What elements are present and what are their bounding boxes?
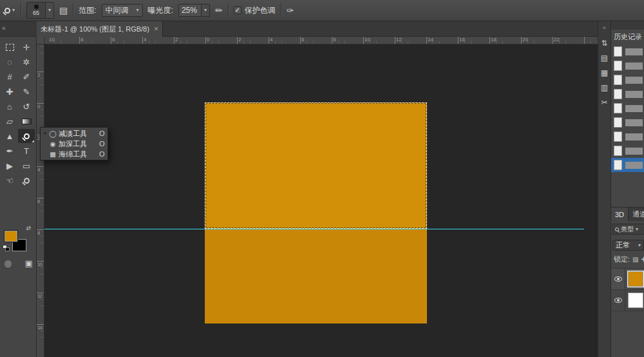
panel-icon-swatches[interactable]: ▤ (601, 54, 608, 62)
rectangle-tool[interactable]: ▭ (18, 159, 35, 173)
vertical-ruler[interactable]: 202468101214 (37, 44, 44, 357)
visibility-toggle[interactable] (611, 290, 625, 311)
expand-panels-icon[interactable]: « (603, 24, 606, 31)
panel-icon-clip[interactable]: ✂ (601, 99, 607, 106)
history-step[interactable] (611, 44, 644, 59)
gradient-tool[interactable] (18, 114, 35, 128)
document-tab[interactable]: 未标题-1 @ 100% (图层 1, RGB/8) * × (37, 21, 163, 37)
hand-tool[interactable]: ☜ (1, 173, 18, 188)
clone-stamp-tool-icon: ⌂ (7, 102, 12, 111)
collapse-panels-icon[interactable]: « (2, 24, 6, 32)
default-colors-icon[interactable] (3, 245, 10, 252)
exposure-dropdown-button[interactable]: ▾ (202, 4, 210, 17)
brush-size-picker[interactable]: 65 (26, 2, 46, 19)
layer-thumbnail (628, 271, 643, 287)
pen-tool[interactable]: ✒ (1, 144, 18, 158)
ruler-number: 20 (522, 37, 528, 43)
magic-wand-tool[interactable]: ✲ (18, 55, 35, 69)
panel-icon-adjustments[interactable]: ▦ (601, 69, 608, 77)
history-brush-tool[interactable]: ↺ (18, 99, 35, 113)
ruler-number: 8 (80, 37, 83, 43)
layer-row-layer-background[interactable] (611, 290, 644, 311)
history-step[interactable] (611, 101, 644, 115)
history-step-icon (614, 61, 622, 71)
panel-icon-properties[interactable]: ⇅ (601, 39, 607, 47)
foreground-color-swatch[interactable] (4, 230, 18, 242)
clone-stamp-tool[interactable]: ⌂ (1, 99, 18, 113)
rectangular-marquee-tool[interactable] (1, 40, 18, 54)
brush-size-dropdown-button[interactable]: ▾ (46, 2, 54, 19)
ruler-number: 14 (37, 325, 44, 331)
protect-tones-option[interactable]: ✓ 保护色调 (234, 5, 276, 16)
dodge-tool-icon (24, 133, 30, 139)
brush-tip-preview (34, 5, 39, 9)
layers-filter-dropdown[interactable]: 类型 ▾ (612, 224, 644, 235)
history-step-icon (614, 160, 622, 170)
lasso-tool[interactable]: ◌ (1, 55, 18, 69)
brush-panel-toggle-icon[interactable]: ▤ (59, 5, 68, 15)
layer-thumbnail (628, 293, 643, 308)
lock-label: 锁定: (614, 255, 630, 264)
ruler-number: 10 (37, 262, 44, 267)
type-tool[interactable]: T (18, 144, 35, 158)
ruler-number: 14 (428, 37, 433, 43)
history-step[interactable] (611, 130, 644, 144)
ruler-origin-corner[interactable] (37, 37, 44, 44)
quick-mask-button[interactable]: ◎ (0, 256, 16, 270)
chevron-down-icon: ▾ (204, 8, 207, 13)
history-step[interactable] (611, 73, 644, 87)
document-tab-title: 未标题-1 @ 100% (图层 1, RGB/8) * (41, 24, 151, 34)
tab-channels[interactable]: 通道 (629, 207, 644, 221)
exposure-label: 曝光度: (148, 5, 173, 16)
swap-colors-icon[interactable]: ⇄ (26, 225, 31, 231)
eyedropper-tool[interactable]: ✐ (18, 70, 35, 84)
pen-tool-icon: ✒ (6, 147, 14, 155)
crop-tool[interactable]: # (1, 70, 18, 84)
layer-row-layer-1[interactable] (611, 269, 644, 290)
eraser-tool-icon: ▱ (6, 117, 13, 126)
tools-grid: ✛◌✲#✐✚✎⌂↺▱▲✒T▶▭☜ (0, 37, 36, 188)
canvas-pasteboard[interactable] (44, 44, 598, 357)
path-selection-tool[interactable]: ▶ (1, 159, 18, 173)
history-step[interactable] (611, 144, 644, 158)
protect-tones-checkbox[interactable]: ✓ (234, 6, 242, 14)
brush-tool[interactable]: ✎ (18, 84, 35, 99)
blur-tool[interactable]: ▲ (1, 129, 18, 143)
history-step[interactable] (611, 87, 644, 101)
panel-tabs: 3D通道 (611, 207, 644, 221)
flyout-item-shortcut: O (99, 130, 105, 137)
history-step[interactable] (611, 158, 644, 172)
brush-pressure-icon[interactable]: ✑ (287, 5, 294, 15)
screen-mode-button[interactable]: ▣ (21, 256, 37, 270)
lock-transparency-icon[interactable]: ▨ (632, 256, 638, 263)
exposure-input[interactable]: 25% (178, 4, 202, 17)
dodge-tool[interactable] (18, 129, 35, 143)
ruler-number: 10 (365, 37, 370, 43)
history-step[interactable] (611, 59, 644, 73)
zoom-tool[interactable] (18, 173, 35, 188)
airbrush-icon[interactable]: ✏ (215, 5, 223, 15)
history-step-icon (614, 131, 622, 142)
tool-preset-picker[interactable]: ▾ (4, 6, 15, 15)
lock-position-icon[interactable]: ✚ (641, 256, 644, 263)
tab-3d[interactable]: 3D (611, 207, 629, 221)
visibility-toggle[interactable] (611, 269, 625, 289)
eraser-tool[interactable]: ▱ (1, 114, 18, 128)
horizontal-ruler[interactable]: 1086420246810121416182022 (44, 37, 598, 44)
history-step-icon (614, 89, 622, 99)
history-step[interactable] (611, 115, 644, 130)
healing-brush-tool[interactable]: ✚ (1, 84, 18, 99)
ruler-number: 2 (37, 73, 44, 78)
history-step-icon (614, 103, 622, 113)
panel-icon-styles[interactable]: ▥ (601, 84, 608, 92)
blend-mode-dropdown[interactable]: 正常 ▾ (612, 240, 644, 251)
collapsed-panels-strip: « ⇅▤▦▥✂ (598, 21, 611, 357)
move-tool[interactable]: ✛ (18, 40, 35, 54)
flyout-item-label: 减淡工具 (59, 129, 97, 139)
flyout-item-burn-tool[interactable]: ◉加深工具O (41, 139, 108, 149)
blend-mode-value: 正常 (616, 240, 630, 250)
close-icon[interactable]: × (154, 24, 158, 34)
flyout-item-dodge-tool[interactable]: •◯减淡工具O (41, 128, 108, 139)
range-dropdown[interactable]: 中间调 ▾ (102, 4, 143, 17)
flyout-item-sponge-tool[interactable]: ▩海绵工具O (41, 149, 108, 159)
